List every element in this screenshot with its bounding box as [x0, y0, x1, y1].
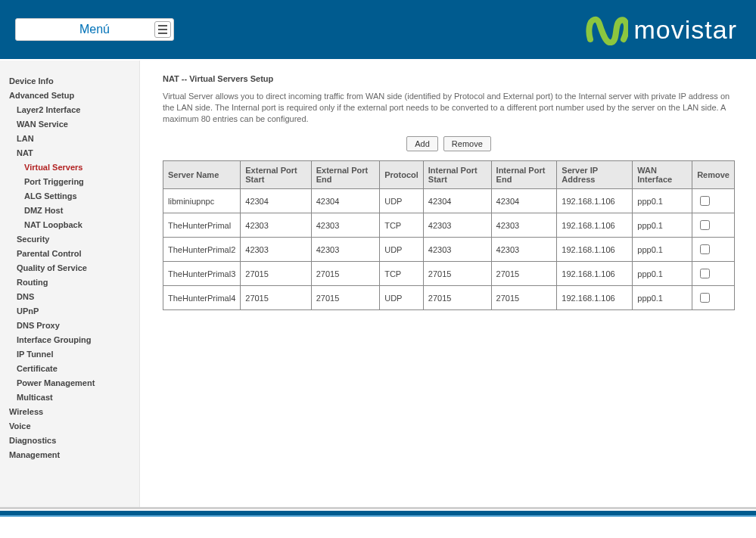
cell-server_ip: 192.168.1.106 — [557, 286, 633, 310]
cell-server_ip: 192.168.1.106 — [557, 213, 633, 238]
sidebar-item-layer2-interface[interactable]: Layer2 Interface — [0, 103, 139, 117]
sidebar-item-diagnostics[interactable]: Diagnostics — [0, 434, 139, 448]
cell-remove — [692, 213, 735, 238]
th-int-end: Internal Port End — [491, 161, 557, 189]
remove-checkbox[interactable] — [700, 220, 710, 230]
cell-ext_end: 42303 — [311, 213, 379, 238]
remove-checkbox[interactable] — [700, 293, 710, 303]
cell-ext_start: 42304 — [241, 189, 311, 213]
sidebar-item-quality-of-service[interactable]: Quality of Service — [0, 261, 139, 275]
cell-int_start: 42303 — [423, 213, 491, 238]
menu-dropdown[interactable]: Menú — [15, 18, 174, 41]
sidebar-item-voice[interactable]: Voice — [0, 419, 139, 434]
sidebar-item-upnp[interactable]: UPnP — [0, 304, 139, 319]
cell-remove — [692, 189, 735, 213]
page-description: Virtual Server allows you to direct inco… — [163, 91, 735, 125]
th-wan-if: WAN Interface — [633, 161, 692, 189]
cell-wan_if: ppp0.1 — [633, 286, 692, 310]
cell-server_ip: 192.168.1.106 — [557, 189, 633, 213]
cell-wan_if: ppp0.1 — [633, 189, 692, 213]
sidebar: Device InfoAdvanced SetupLayer2 Interfac… — [0, 61, 140, 507]
cell-int_end: 42303 — [491, 238, 557, 262]
table-row: TheHunterPrimal4230342303TCP423034230319… — [163, 213, 735, 238]
sidebar-item-parental-control[interactable]: Parental Control — [0, 247, 139, 261]
th-ext-end: External Port End — [311, 161, 379, 189]
add-button[interactable]: Add — [406, 136, 438, 151]
sidebar-item-certificate[interactable]: Certificate — [0, 362, 139, 376]
page-title: NAT -- Virtual Servers Setup — [163, 74, 735, 83]
remove-checkbox[interactable] — [700, 196, 710, 206]
cell-server_name: TheHunterPrimal2 — [163, 238, 241, 262]
remove-checkbox[interactable] — [700, 244, 710, 254]
cell-server_name: TheHunterPrimal — [163, 213, 241, 238]
cell-int_end: 42304 — [491, 189, 557, 213]
cell-ext_start: 42303 — [241, 238, 311, 262]
brand: movistar — [586, 14, 737, 45]
sidebar-item-alg-settings[interactable]: ALG Settings — [0, 189, 139, 204]
sidebar-item-multicast[interactable]: Multicast — [0, 390, 139, 405]
cell-remove — [692, 286, 735, 310]
table-header-row: Server Name External Port Start External… — [163, 161, 735, 189]
sidebar-item-wan-service[interactable]: WAN Service — [0, 117, 139, 132]
sidebar-item-routing[interactable]: Routing — [0, 275, 139, 290]
sidebar-item-port-triggering[interactable]: Port Triggering — [0, 175, 139, 189]
cell-ext_end: 27015 — [311, 286, 379, 310]
sidebar-item-interface-grouping[interactable]: Interface Grouping — [0, 333, 139, 347]
sidebar-item-dmz-host[interactable]: DMZ Host — [0, 204, 139, 218]
cell-wan_if: ppp0.1 — [633, 262, 692, 286]
hamburger-icon — [154, 21, 171, 38]
main-content: NAT -- Virtual Servers Setup Virtual Ser… — [140, 61, 756, 507]
cell-int_start: 27015 — [423, 286, 491, 310]
sidebar-item-ip-tunnel[interactable]: IP Tunnel — [0, 347, 139, 362]
th-remove: Remove — [692, 161, 735, 189]
cell-int_end: 27015 — [491, 262, 557, 286]
cell-ext_end: 42304 — [311, 189, 379, 213]
cell-int_end: 42303 — [491, 213, 557, 238]
cell-wan_if: ppp0.1 — [633, 213, 692, 238]
cell-protocol: TCP — [380, 213, 424, 238]
cell-protocol: UDP — [380, 189, 424, 213]
cell-protocol: UDP — [380, 286, 424, 310]
virtual-servers-table: Server Name External Port Start External… — [163, 160, 735, 310]
sidebar-item-advanced-setup[interactable]: Advanced Setup — [0, 89, 139, 103]
sidebar-item-nat-loopback[interactable]: NAT Loopback — [0, 218, 139, 232]
cell-remove — [692, 238, 735, 262]
remove-checkbox[interactable] — [700, 269, 710, 278]
brand-text: movistar — [634, 15, 737, 45]
th-server-name: Server Name — [163, 161, 241, 189]
cell-server_ip: 192.168.1.106 — [557, 238, 633, 262]
sidebar-item-dns[interactable]: DNS — [0, 290, 139, 304]
sidebar-item-management[interactable]: Management — [0, 448, 139, 462]
layout: Device InfoAdvanced SetupLayer2 Interfac… — [0, 61, 756, 507]
th-server-ip: Server IP Address — [557, 161, 633, 189]
cell-wan_if: ppp0.1 — [633, 238, 692, 262]
button-row: Add Remove — [163, 136, 735, 151]
cell-server_name: libminiupnpc — [163, 189, 241, 213]
sidebar-item-nat[interactable]: NAT — [0, 146, 139, 160]
menu-label: Menú — [79, 23, 110, 36]
sidebar-item-power-management[interactable]: Power Management — [0, 376, 139, 390]
sidebar-item-security[interactable]: Security — [0, 232, 139, 247]
cell-server_name: TheHunterPrimal3 — [163, 262, 241, 286]
footer-bar — [0, 509, 756, 515]
cell-remove — [692, 262, 735, 286]
th-ext-start: External Port Start — [241, 161, 311, 189]
cell-ext_start: 42303 — [241, 213, 311, 238]
table-row: TheHunterPrimal42701527015UDP27015270151… — [163, 286, 735, 310]
cell-int_start: 27015 — [423, 262, 491, 286]
cell-int_start: 42304 — [423, 189, 491, 213]
sidebar-item-device-info[interactable]: Device Info — [0, 74, 139, 89]
sidebar-item-wireless[interactable]: Wireless — [0, 405, 139, 419]
cell-server_ip: 192.168.1.106 — [557, 262, 633, 286]
sidebar-item-dns-proxy[interactable]: DNS Proxy — [0, 319, 139, 333]
remove-button[interactable]: Remove — [443, 136, 491, 151]
sidebar-item-lan[interactable]: LAN — [0, 132, 139, 146]
footer-stripe-blue — [0, 515, 756, 517]
table-row: TheHunterPrimal32701527015TCP27015270151… — [163, 262, 735, 286]
cell-ext_end: 42303 — [311, 238, 379, 262]
th-protocol: Protocol — [380, 161, 424, 189]
sidebar-item-virtual-servers[interactable]: Virtual Servers — [0, 160, 139, 175]
table-row: libminiupnpc4230442304UDP4230442304192.1… — [163, 189, 735, 213]
cell-protocol: TCP — [380, 262, 424, 286]
cell-int_start: 42303 — [423, 238, 491, 262]
